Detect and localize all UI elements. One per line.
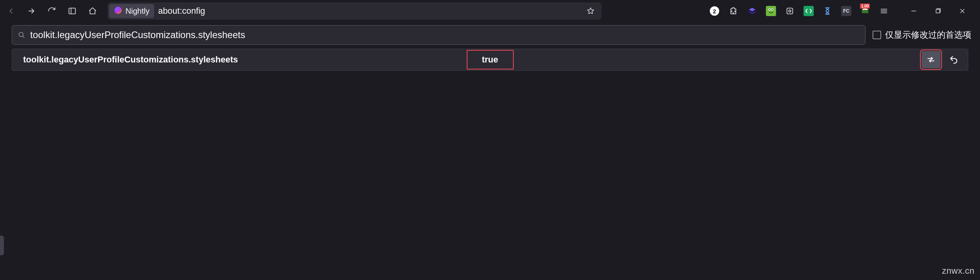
identity-box[interactable]: Nightly [109,4,154,18]
svg-rect-0 [69,8,76,14]
notification-badge-button[interactable]: 2 [706,3,723,19]
reset-value-button[interactable] [944,51,963,68]
swap-arrows-icon [926,55,936,64]
firefox-nightly-icon [114,6,122,16]
window-close-button[interactable] [950,2,975,20]
svg-point-7 [789,10,791,12]
app-menu-button[interactable] [876,3,892,19]
toggle-value-button[interactable] [922,51,940,68]
preference-value-wrap: true [467,50,514,70]
extension-purple-icon[interactable] [744,3,760,19]
extensions-button[interactable] [725,3,742,19]
browser-toolbar: Nightly about:config 2 [0,0,980,22]
window-minimize-button[interactable] [902,2,926,20]
back-button[interactable] [2,3,20,19]
window-controls [902,2,975,20]
preferences-filter-row: 仅显示修改过的首选项 [0,22,980,49]
url-text: about:config [158,6,583,16]
extension-fc-icon[interactable]: FC [838,3,855,19]
bookmark-star-button[interactable] [583,3,598,19]
watermark-text: znwx.cn [942,266,975,276]
preferences-results: toolkit.legacyUserProfileCustomizations.… [0,49,980,71]
svg-rect-6 [787,8,793,14]
url-bar[interactable]: Nightly about:config [107,2,602,20]
left-edge-handle[interactable] [0,236,4,255]
extension-frog-icon[interactable] [763,3,779,19]
flag-badge: 1.00 [860,4,870,9]
extension-container-icon[interactable] [782,3,798,19]
forward-button[interactable] [23,3,40,19]
svg-rect-9 [936,9,940,13]
preference-name: toolkit.legacyUserProfileCustomizations.… [23,55,238,65]
preference-search-box[interactable] [12,25,865,45]
home-button[interactable] [84,3,101,19]
undo-icon [949,55,958,64]
checkbox-icon [873,31,881,39]
search-icon [18,31,25,39]
window-maximize-button[interactable] [926,2,950,20]
reload-button[interactable] [43,3,60,19]
notification-count: 2 [710,6,719,16]
extension-flag-icon[interactable]: 1.00 [857,3,873,19]
extension-devtools-icon[interactable] [800,3,817,19]
toolbar-right-cluster: 2 [706,2,976,20]
preference-row-actions [922,51,963,68]
preference-search-input[interactable] [30,29,860,40]
show-modified-only-label: 仅显示修改过的首选项 [885,29,971,41]
preference-row: toolkit.legacyUserProfileCustomizations.… [12,49,968,71]
svg-point-4 [769,9,770,10]
svg-point-1 [115,6,122,13]
sidebar-toggle-button[interactable] [64,3,81,19]
svg-point-5 [772,9,773,10]
show-modified-only-toggle[interactable]: 仅显示修改过的首选项 [873,29,974,41]
preference-value: true [467,50,514,70]
svg-rect-8 [862,10,869,13]
extension-hourglass-icon[interactable] [819,3,836,19]
identity-label: Nightly [125,7,149,16]
